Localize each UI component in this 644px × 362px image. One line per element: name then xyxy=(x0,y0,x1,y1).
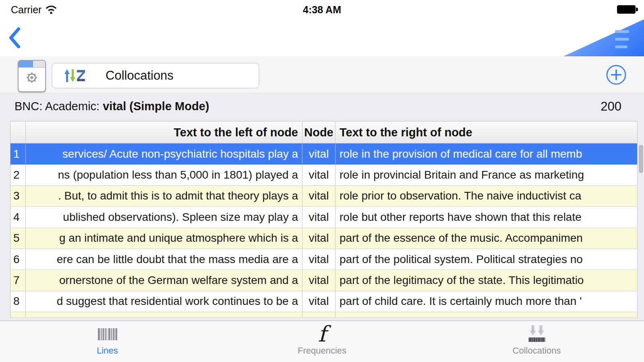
hamburger-menu-icon[interactable] xyxy=(615,30,629,48)
battery-icon xyxy=(617,5,636,14)
table-header: Text to the left of node Node Text to th… xyxy=(10,121,637,144)
concordance-table: Text to the left of node Node Text to th… xyxy=(10,121,637,318)
cell-num: 7 xyxy=(10,270,26,290)
cell-node: vital xyxy=(302,249,335,269)
sub-header: BNC: Academic: vital (Simple Mode) 200 xyxy=(0,93,644,121)
scrollbar-thumb[interactable] xyxy=(639,145,643,173)
table-row[interactable]: 3. But, to admit this is to admit that t… xyxy=(10,186,637,207)
cell-left: d suggest that residential work continue… xyxy=(26,291,302,312)
query-label: Collocations xyxy=(106,68,174,83)
cell-right: role in the provision of medical care fo… xyxy=(335,144,638,164)
cell-left: ere can be little doubt that the mass me… xyxy=(26,249,302,269)
cell-node: vital xyxy=(302,144,335,164)
table-row-partial xyxy=(10,312,637,318)
cell-right: part of the legitimacy of the state. Thi… xyxy=(335,270,638,290)
clock: 4:38 AM xyxy=(0,4,644,16)
app-screen: Carrier 4:38 AM xyxy=(0,0,644,362)
tab-label-lines: Lines xyxy=(97,346,118,356)
corpus-name: BNC: Academic: xyxy=(14,100,103,113)
cell-node: vital xyxy=(302,228,335,249)
table-row[interactable]: 8d suggest that residential work continu… xyxy=(10,291,637,312)
sort-arrows-icon xyxy=(64,68,86,83)
chevron-left-icon xyxy=(8,27,21,49)
header-left-context: Text to the left of node xyxy=(26,121,302,143)
cell-left: ns (population less than 5,000 in 1801) … xyxy=(26,165,302,185)
cell-right: role prior to observation. The naive ind… xyxy=(335,186,638,206)
cell-node: vital xyxy=(302,186,335,206)
header-right-context: Text to the right of node xyxy=(335,121,638,143)
plus-circle-icon xyxy=(606,64,627,85)
cell-right: role but other reports have shown that t… xyxy=(335,207,638,227)
tab-label-frequencies: Frequencies xyxy=(298,346,346,356)
cell-num: 2 xyxy=(10,165,26,185)
cell-left: ornerstone of the German welfare system … xyxy=(26,270,302,290)
collocation-arrows-icon xyxy=(526,325,547,343)
cell-left: ublished observations). Spleen size may … xyxy=(26,207,302,227)
table-row[interactable]: 1services/ Acute non-psychiatric hospita… xyxy=(10,144,637,165)
table-row[interactable]: 4ublished observations). Spleen size may… xyxy=(10,207,637,228)
add-button[interactable] xyxy=(606,64,627,85)
table-row[interactable]: 2ns (population less than 5,000 in 1801)… xyxy=(10,165,637,185)
tab-frequencies[interactable]: f Frequencies xyxy=(215,321,429,362)
cell-left: g an intimate and unique atmosphere whic… xyxy=(26,228,302,249)
settings-window-button[interactable] xyxy=(18,60,46,92)
collocations-query-button[interactable]: Collocations xyxy=(52,63,259,88)
cell-num: 8 xyxy=(10,291,26,312)
tab-label-collocations: Collocations xyxy=(513,346,561,356)
cell-right: part of the essence of the music. Accomp… xyxy=(335,228,638,249)
cell-num: 5 xyxy=(10,228,26,249)
toolbar: Collocations xyxy=(0,56,644,93)
window-titlebar xyxy=(19,61,45,68)
header-node: Node xyxy=(302,121,335,143)
cell-right: part of the political system. Political … xyxy=(335,249,638,269)
table-row[interactable]: 7ornerstone of the German welfare system… xyxy=(10,270,637,291)
header-index xyxy=(10,121,26,143)
cell-node: vital xyxy=(302,207,335,227)
frequencies-f-icon: f xyxy=(318,324,326,344)
tab-collocations[interactable]: Collocations xyxy=(429,321,644,362)
table-body: 1services/ Acute non-psychiatric hospita… xyxy=(10,144,637,312)
hit-count: 200 xyxy=(601,99,621,114)
table-row[interactable]: 5g an intimate and unique atmosphere whi… xyxy=(10,228,637,249)
query-term: vital (Simple Mode) xyxy=(103,100,209,113)
cell-node: vital xyxy=(302,165,335,185)
cell-right: part of child care. It is certainly much… xyxy=(335,291,638,312)
status-bar: Carrier 4:38 AM xyxy=(0,0,644,19)
corner-menu-button[interactable] xyxy=(563,19,644,56)
back-button[interactable] xyxy=(6,25,23,51)
gear-icon xyxy=(24,70,40,86)
cell-num: 3 xyxy=(10,186,26,206)
cell-right: role in provincial Britain and France as… xyxy=(335,165,638,185)
cell-node: vital xyxy=(302,270,335,290)
cell-left: . But, to admit this is to admit that th… xyxy=(26,186,302,206)
cell-num: 4 xyxy=(10,207,26,227)
cell-num: 6 xyxy=(10,249,26,269)
tab-lines[interactable]: Lines xyxy=(0,321,215,362)
cell-left: services/ Acute non-psychiatric hospital… xyxy=(26,144,302,164)
barcode-lines-icon xyxy=(98,328,117,340)
corpus-breadcrumb: BNC: Academic: vital (Simple Mode) xyxy=(14,100,209,113)
table-row[interactable]: 6ere can be little doubt that the mass m… xyxy=(10,249,637,270)
navigation-bar xyxy=(0,19,644,56)
cell-num: 1 xyxy=(10,144,26,164)
results-area: Text to the left of node Node Text to th… xyxy=(0,121,644,321)
tab-bar: Lines f Frequencies xyxy=(0,321,644,362)
cell-node: vital xyxy=(302,291,335,312)
